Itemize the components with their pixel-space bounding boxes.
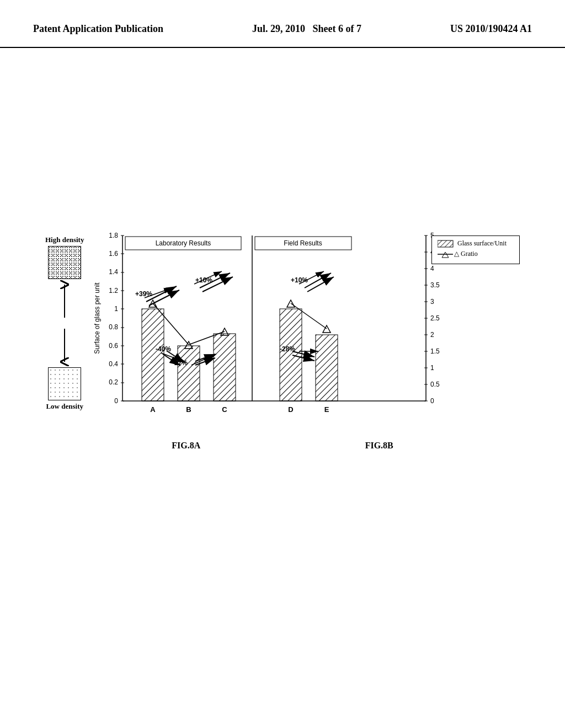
bar-e xyxy=(316,335,338,401)
fig-labels: FIG.8A FIG.8B xyxy=(89,441,476,451)
density-indicator: High density Low dens xyxy=(45,235,84,411)
svg-text:D: D xyxy=(289,405,294,414)
page-header: Patent Application Publication Jul. 29, … xyxy=(0,0,565,48)
left-y-label: Surface of glass per unit xyxy=(93,282,101,354)
svg-text:1: 1 xyxy=(430,364,434,372)
patent-number: US 2010/190424 A1 xyxy=(450,23,532,34)
svg-text:4: 4 xyxy=(430,265,434,272)
header-right: US 2010/190424 A1 xyxy=(450,22,532,36)
svg-text:3.5: 3.5 xyxy=(430,281,440,289)
high-density-label: High density xyxy=(45,235,84,244)
field-results-title: Field Results xyxy=(284,239,322,247)
density-arrow xyxy=(54,279,76,367)
bar-d xyxy=(280,309,302,401)
svg-text:0: 0 xyxy=(115,397,119,405)
publication-date: Jul. 29, 2010 xyxy=(252,23,305,34)
svg-text:E: E xyxy=(324,405,329,414)
bar-a xyxy=(142,309,164,401)
header-center: Jul. 29, 2010 Sheet 6 of 7 xyxy=(252,22,361,36)
svg-text:0.5: 0.5 xyxy=(430,381,440,388)
svg-text:3: 3 xyxy=(430,298,434,306)
header-left: Patent Application Publication xyxy=(33,22,163,36)
annotation-plus10-8b: +10% xyxy=(291,276,308,284)
legend-item-glass: Glass surface/Unit xyxy=(438,239,514,248)
bar-c xyxy=(214,334,236,401)
svg-text:0.4: 0.4 xyxy=(109,360,119,368)
figure-container: High density Low dens xyxy=(33,224,532,451)
svg-text:1.5: 1.5 xyxy=(430,347,440,355)
fig-8b-label: FIG.8B xyxy=(365,441,393,451)
svg-text:0.8: 0.8 xyxy=(109,323,119,331)
svg-text:2: 2 xyxy=(430,331,434,339)
chart-wrapper: High density Low dens xyxy=(45,224,520,436)
legend-item-ratio: △ Gratio xyxy=(438,250,514,258)
svg-text:1: 1 xyxy=(115,305,119,313)
content-area: High density Low dens xyxy=(0,48,565,473)
svg-text:2.5: 2.5 xyxy=(430,314,440,322)
svg-text:1.6: 1.6 xyxy=(109,250,119,258)
fig-8a-label: FIG.8A xyxy=(172,441,200,451)
legend-glass-label: Glass surface/Unit xyxy=(457,239,507,248)
lab-results-title: Laboratory Results xyxy=(156,239,211,247)
legend: Glass surface/Unit △ Gratio xyxy=(431,235,520,264)
legend-gratio-text: Gratio xyxy=(461,250,478,258)
right-y-label: Gratio xyxy=(452,308,454,329)
main-chart-svg: 0 0.2 0.4 0.6 0.8 1 xyxy=(89,224,454,434)
svg-text:1.8: 1.8 xyxy=(109,232,119,239)
publication-label: Patent Application Publication xyxy=(33,23,163,34)
legend-ratio-label: △ xyxy=(454,250,461,258)
annotation-plus39-8a: +39% xyxy=(135,290,152,298)
svg-marker-56 xyxy=(442,252,449,258)
high-density-texture xyxy=(48,246,81,279)
svg-rect-54 xyxy=(438,240,453,247)
svg-text:C: C xyxy=(222,405,228,414)
bar-b xyxy=(178,346,200,401)
svg-text:0.6: 0.6 xyxy=(109,342,119,350)
legend-ratio-swatch xyxy=(438,250,454,258)
svg-text:B: B xyxy=(186,405,191,414)
low-density-label: Low density xyxy=(46,402,83,411)
sheet-info: Sheet 6 of 7 xyxy=(313,23,362,34)
svg-text:0.2: 0.2 xyxy=(109,378,119,386)
low-density-texture xyxy=(48,367,81,400)
svg-text:1.2: 1.2 xyxy=(109,287,119,295)
svg-text:1.4: 1.4 xyxy=(109,268,119,276)
legend-hatch-swatch xyxy=(438,240,454,248)
svg-text:A: A xyxy=(151,405,156,414)
svg-text:0: 0 xyxy=(430,397,434,405)
